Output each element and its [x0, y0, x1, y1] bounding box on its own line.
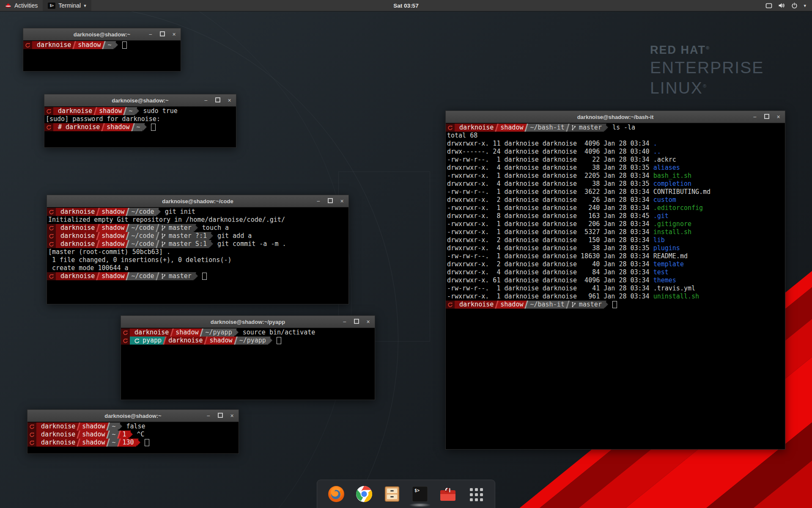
prompt-segment-user: darknoise: [36, 431, 80, 439]
terminal-content[interactable]: darknoiseshadow~falsedarknoiseshadow~1^C…: [27, 422, 239, 453]
system-status-area[interactable]: ▾: [762, 0, 809, 11]
prompt-segment-path: ~/code: [126, 240, 159, 248]
dock-item-terminal[interactable]: $>: [410, 483, 430, 505]
terminal-content[interactable]: darknoiseshadow~: [23, 41, 181, 71]
prompt-os-cell: [47, 224, 56, 232]
terminal-line: darknoiseshadow~sudo true: [44, 107, 236, 115]
app-menu-label: Terminal: [58, 2, 81, 9]
file-listing-meta: drwxrwxr-x. 8 darknoise darknoise 163 Ja…: [446, 212, 653, 220]
window-titlebar[interactable]: darknoise@shadow:~−×: [27, 410, 239, 422]
chrome-icon: [355, 485, 373, 503]
close-button[interactable]: ×: [171, 32, 177, 37]
prompt-segment-host: shadow: [205, 337, 237, 345]
python-venv-icon: [134, 338, 140, 343]
output-text: total 68: [446, 132, 477, 140]
dock-item-toolbox[interactable]: [438, 483, 458, 505]
close-button[interactable]: ×: [339, 199, 345, 204]
minimize-button[interactable]: −: [342, 319, 347, 325]
prompt-segment-user: darknoise: [56, 208, 99, 216]
terminal-cursor: [122, 41, 127, 49]
chevron-down-icon: ▾: [84, 3, 86, 8]
window-titlebar[interactable]: darknoise@shadow:~/pyapp−×: [121, 316, 375, 328]
maximize-button[interactable]: [159, 31, 165, 37]
terminal-line: darknoiseshadow~/codemastertouch a: [47, 224, 348, 232]
dock-item-firefox[interactable]: [326, 483, 346, 505]
window-titlebar[interactable]: darknoise@shadow:~−×: [23, 28, 181, 41]
prompt-os-cell: [47, 232, 56, 240]
command-text: touch a: [202, 224, 229, 232]
prompt-segment-user: darknoise: [56, 240, 99, 248]
clock[interactable]: Sat 03:57: [389, 0, 422, 11]
window-titlebar[interactable]: darknoise@shadow:~−×: [44, 94, 236, 107]
prompt-segment-host: shadow: [77, 431, 110, 439]
terminal-line: darknoiseshadow~/pyappsource bin/activat…: [121, 329, 375, 337]
prompt-segment-host: shadow: [496, 124, 528, 132]
dock-item-chrome[interactable]: [354, 483, 374, 505]
terminal-cursor: [202, 273, 207, 280]
close-button[interactable]: ×: [227, 98, 232, 103]
prompt-os-cell: [44, 123, 53, 131]
minimize-button[interactable]: −: [315, 199, 321, 204]
terminal-content[interactable]: darknoiseshadow~/pyappsource bin/activat…: [121, 328, 375, 400]
prompt-segment-git: master: [156, 224, 196, 232]
terminal-line: drwxrwxr-x. 2 darknoise darknoise 150 Ja…: [446, 236, 785, 244]
activities-button[interactable]: Activities: [0, 0, 43, 11]
prompt-os-cell: [23, 41, 32, 49]
file-name: .gitignore: [653, 220, 691, 228]
prompt-segment-host: shadow: [97, 240, 129, 248]
command-text: ^C: [137, 431, 145, 439]
terminal-cursor: [145, 439, 149, 446]
maximize-button[interactable]: [217, 413, 223, 419]
close-button[interactable]: ×: [776, 114, 781, 120]
volume-icon: [778, 3, 785, 8]
redhat-prompt-icon: [123, 330, 128, 335]
prompt-segment-host: shadow: [77, 439, 110, 447]
window-titlebar[interactable]: darknoise@shadow:~/bash-it−×: [446, 111, 785, 123]
maximize-button[interactable]: [327, 198, 333, 204]
dock-item-app-grid[interactable]: [466, 483, 486, 505]
terminal-line: 1 file changed, 0 insertions(+), 0 delet…: [47, 256, 348, 264]
redhat-prompt-icon: [29, 440, 35, 445]
file-listing-meta: drwxrwxr-x. 2 darknoise darknoise 150 Ja…: [446, 236, 653, 244]
prompt-segment-path: ~/bash-it: [525, 301, 569, 309]
terminal-content[interactable]: darknoiseshadow~sudo true[sudo] password…: [44, 107, 236, 147]
desktop: RED HAT® ENTERPRISE LINUX® Activities $>…: [0, 0, 812, 508]
prompt-os-cell: [27, 439, 36, 447]
rhel-logo: RED HAT® ENTERPRISE LINUX®: [650, 44, 764, 97]
terminal-line: drwxrwxr-x. 4 darknoise darknoise 38 Jan…: [446, 164, 785, 172]
window-titlebar[interactable]: darknoise@shadow:~/code−×: [47, 195, 348, 207]
prompt-segment-user: # darknoise: [53, 123, 104, 131]
maximize-button[interactable]: [354, 319, 359, 325]
terminal-content[interactable]: darknoiseshadow~/codegit initInitialized…: [47, 207, 348, 304]
focused-app-menu[interactable]: $> Terminal ▾: [43, 0, 91, 11]
terminal-window-terminal-home-exitcodes: darknoise@shadow:~−×darknoiseshadow~fals…: [27, 409, 239, 454]
window-title: darknoise@shadow:~: [112, 97, 168, 104]
git-branch-icon: [161, 225, 166, 231]
prompt-segment-user: darknoise: [56, 232, 99, 240]
file-listing-meta: -rw-rw-r--. 1 darknoise darknoise 22 Jan…: [446, 156, 653, 164]
maximize-button[interactable]: [215, 97, 220, 103]
minimize-button[interactable]: −: [203, 98, 208, 103]
terminal-window-terminal-bash-it: darknoise@shadow:~/bash-it−×darknoisesha…: [445, 110, 785, 450]
dock-item-files[interactable]: [382, 483, 402, 505]
terminal-content[interactable]: darknoiseshadow~/bash-itmasterls -latota…: [446, 123, 785, 449]
file-listing-meta: -rw-rw-r--. 1 darknoise darknoise 3622 J…: [446, 188, 653, 196]
file-name: uninstall.sh: [653, 293, 699, 301]
minimize-button[interactable]: −: [148, 32, 153, 37]
redhat-icon: [5, 3, 11, 8]
redhat-prompt-icon: [29, 432, 35, 437]
file-listing-meta: drwxrwxr-x. 2 darknoise darknoise 40 Jan…: [446, 260, 653, 268]
terminal-line: drwxrwxr-x. 4 darknoise darknoise 38 Jan…: [446, 180, 785, 188]
terminal-icon: $>: [48, 3, 55, 9]
activities-label: Activities: [14, 2, 38, 9]
prompt-segment-path: ~/code: [126, 272, 159, 280]
dock: $>: [317, 480, 495, 508]
close-button[interactable]: ×: [365, 319, 371, 325]
terminal-cursor: [151, 124, 156, 131]
minimize-button[interactable]: −: [206, 413, 211, 419]
minimize-button[interactable]: −: [752, 114, 757, 120]
maximize-button[interactable]: [764, 114, 769, 120]
command-text: git init: [165, 208, 195, 216]
close-button[interactable]: ×: [229, 413, 235, 419]
terminal-icon: $>: [411, 485, 429, 503]
